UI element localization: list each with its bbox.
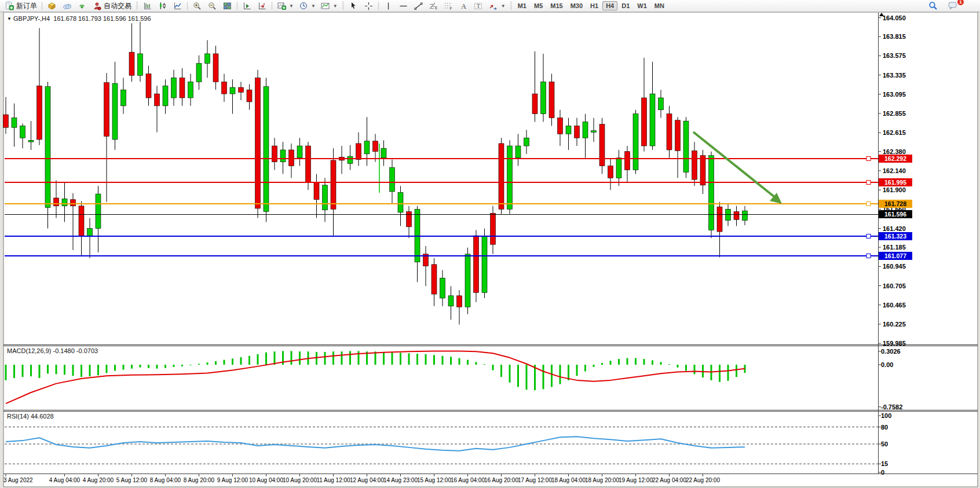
search-button[interactable] bbox=[926, 1, 940, 11]
candle-body bbox=[692, 151, 697, 179]
candle-body bbox=[54, 198, 59, 206]
macd-histogram-bar bbox=[224, 360, 225, 365]
candle-body bbox=[348, 156, 353, 163]
macd-histogram-bar bbox=[291, 351, 292, 365]
candle-body bbox=[633, 114, 638, 170]
timeframe-mn-button[interactable]: MN bbox=[651, 1, 668, 10]
macd-histogram-bar bbox=[484, 364, 485, 365]
candle-body bbox=[255, 78, 261, 208]
cursor-button[interactable] bbox=[346, 1, 361, 11]
candle-body bbox=[71, 200, 76, 206]
candle-body bbox=[625, 152, 630, 170]
candle-body bbox=[373, 141, 378, 152]
macd-histogram-bar bbox=[509, 365, 511, 383]
vertical-line-button[interactable] bbox=[381, 1, 396, 11]
candle-body bbox=[583, 122, 588, 138]
svg-text:E: E bbox=[435, 6, 438, 10]
candle-body bbox=[390, 167, 395, 192]
macd-histogram-bar bbox=[408, 353, 410, 365]
fibonacci-button[interactable]: E bbox=[426, 1, 441, 11]
horizontal-line-button[interactable] bbox=[396, 1, 411, 11]
candle-body bbox=[532, 94, 537, 114]
chart-autoscroll-button[interactable] bbox=[255, 1, 269, 11]
timeframe-m30-button[interactable]: M30 bbox=[567, 1, 586, 10]
candle-body bbox=[188, 82, 193, 98]
timeframe-h1-button[interactable]: H1 bbox=[587, 1, 602, 10]
line-anchor-handle[interactable] bbox=[866, 234, 871, 239]
trend-line-button[interactable] bbox=[411, 1, 426, 11]
period-selector-button[interactable]: ▼ bbox=[297, 1, 318, 11]
candle-body bbox=[171, 78, 177, 98]
macd-histogram-bar bbox=[534, 365, 536, 390]
chart-shift-button[interactable] bbox=[240, 1, 254, 11]
price-tick-label: 160.225 bbox=[883, 321, 906, 328]
candlestick-chart-button[interactable] bbox=[155, 1, 170, 11]
date-label: 18 Aug 20:00 bbox=[585, 477, 619, 483]
line-anchor-handle[interactable] bbox=[866, 157, 871, 161]
auto-trading-button[interactable]: 自动交易 bbox=[90, 1, 134, 11]
macd-histogram-bar bbox=[492, 365, 494, 370]
macd-histogram-bar bbox=[173, 365, 175, 367]
candle-body bbox=[3, 115, 9, 127]
macd-histogram-bar bbox=[500, 365, 502, 377]
macd-histogram-bar bbox=[425, 354, 427, 365]
profiles-button[interactable] bbox=[45, 1, 59, 11]
candle-body bbox=[213, 54, 218, 82]
candle-body bbox=[129, 52, 134, 75]
bar-chart-button[interactable] bbox=[140, 1, 155, 11]
candle-body bbox=[599, 124, 605, 166]
macd-histogram-bar bbox=[375, 351, 376, 365]
grid-button[interactable]: F bbox=[441, 1, 456, 11]
timeframe-m15-button[interactable]: M15 bbox=[547, 1, 566, 10]
zoom-in-button[interactable] bbox=[190, 1, 204, 11]
date-label: 3 Aug 2022 bbox=[3, 477, 33, 483]
price-tick-label: 161.420 bbox=[883, 225, 906, 232]
shapes-button[interactable]: ▼ bbox=[487, 1, 508, 11]
community-button[interactable] bbox=[60, 1, 74, 11]
macd-histogram-bar bbox=[593, 365, 595, 367]
timeframe-m1-button[interactable]: M1 bbox=[514, 1, 530, 10]
timeframe-w1-button[interactable]: W1 bbox=[634, 1, 650, 10]
zoom-out-button[interactable] bbox=[205, 1, 220, 11]
rsi-tick-label: 50 bbox=[881, 441, 888, 447]
chat-button[interactable]: 1 bbox=[946, 1, 960, 11]
crosshair-icon bbox=[364, 1, 374, 10]
candle-body bbox=[12, 118, 17, 128]
timeframe-h4-button[interactable]: H4 bbox=[602, 1, 617, 10]
tile-windows-button[interactable] bbox=[220, 1, 235, 11]
svg-text:A: A bbox=[461, 2, 466, 10]
timeframe-d1-button[interactable]: D1 bbox=[618, 1, 633, 10]
macd-histogram-bar bbox=[392, 353, 393, 365]
macd-histogram-bar bbox=[265, 353, 267, 365]
crosshair-button[interactable] bbox=[361, 1, 376, 11]
timeframe-m5-button[interactable]: M5 bbox=[531, 1, 546, 10]
add-indicator-button[interactable]: ▼ bbox=[275, 1, 296, 11]
candle-body bbox=[683, 121, 689, 173]
templates-button[interactable]: ▼ bbox=[319, 1, 340, 11]
candle-body bbox=[297, 146, 302, 158]
text-button[interactable]: A bbox=[456, 1, 471, 11]
new-order-button[interactable]: 新订单 bbox=[2, 1, 39, 11]
signal-icon bbox=[77, 1, 87, 10]
macd-histogram-bar bbox=[164, 365, 166, 368]
line-anchor-handle[interactable] bbox=[866, 202, 871, 206]
macd-histogram-bar bbox=[5, 365, 7, 380]
line-anchor-handle[interactable] bbox=[866, 181, 871, 185]
line-anchor-handle[interactable] bbox=[866, 254, 871, 258]
toolbar-separator bbox=[237, 2, 237, 10]
price-tick-label: 162.380 bbox=[883, 148, 906, 155]
price-tick-label: 162.615 bbox=[883, 129, 906, 136]
price-tick-label: 163.575 bbox=[883, 52, 906, 59]
macd-histogram-bar bbox=[148, 365, 149, 368]
text-label-button[interactable]: T bbox=[471, 1, 486, 11]
candle-body bbox=[743, 211, 748, 221]
signals-button[interactable] bbox=[75, 1, 89, 11]
zoom-out-icon bbox=[207, 1, 217, 10]
candle-body bbox=[323, 185, 328, 210]
candle-body bbox=[700, 156, 705, 185]
candle-body bbox=[196, 63, 202, 82]
collapse-triangle-icon[interactable]: ▼ bbox=[7, 16, 12, 21]
line-chart-button[interactable] bbox=[170, 1, 185, 11]
candle-body bbox=[515, 146, 521, 158]
dropdown-caret-icon: ▼ bbox=[289, 3, 294, 9]
